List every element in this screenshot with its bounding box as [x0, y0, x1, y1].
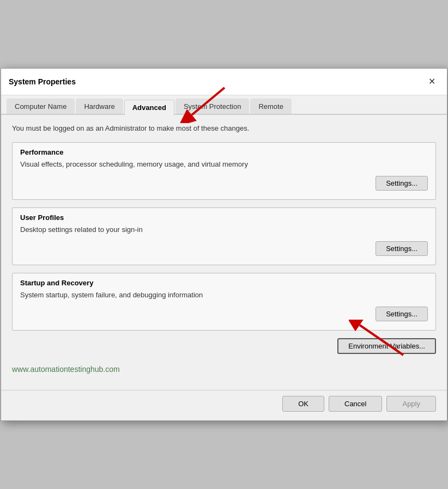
tab-computer-name[interactable]: Computer Name [7, 99, 75, 114]
performance-btn-row: Settings... [20, 176, 428, 191]
tab-bar: Computer Name Hardware Advanced System P… [1, 95, 447, 115]
tab-hardware[interactable]: Hardware [76, 99, 123, 114]
startup-recovery-section: Startup and Recovery System startup, sys… [12, 273, 436, 331]
apply-button[interactable]: Apply [386, 396, 436, 412]
user-profiles-section: User Profiles Desktop settings related t… [12, 207, 436, 265]
user-profiles-btn-row: Settings... [20, 241, 428, 256]
title-bar: System Properties ✕ [1, 69, 447, 95]
system-properties-dialog: System Properties ✕ Computer Name Hardwa… [1, 68, 447, 421]
performance-title: Performance [20, 148, 428, 156]
startup-recovery-title: Startup and Recovery [20, 279, 428, 287]
close-button[interactable]: ✕ [424, 74, 439, 89]
watermark: www.automationtestinghub.com [12, 365, 436, 374]
tab-system-protection[interactable]: System Protection [175, 99, 250, 114]
tab-remote[interactable]: Remote [250, 99, 292, 114]
cancel-button[interactable]: Cancel [329, 396, 382, 412]
environment-variables-row: Environment Variables... [12, 338, 436, 354]
performance-section: Performance Visual effects, processor sc… [12, 142, 436, 200]
user-profiles-title: User Profiles [20, 213, 428, 222]
user-profiles-settings-button[interactable]: Settings... [376, 241, 428, 256]
tab-advanced[interactable]: Advanced [124, 100, 174, 115]
startup-recovery-desc: System startup, system failure, and debu… [20, 290, 428, 300]
user-profiles-desc: Desktop settings related to your sign-in [20, 225, 428, 235]
admin-note: You must be logged on as an Administrato… [12, 124, 436, 133]
environment-variables-button[interactable]: Environment Variables... [337, 338, 436, 354]
dialog-title: System Properties [9, 77, 76, 86]
tab-content: You must be logged on as an Administrato… [1, 115, 447, 390]
ok-button[interactable]: OK [282, 396, 324, 412]
startup-recovery-settings-button[interactable]: Settings... [376, 307, 428, 321]
performance-desc: Visual effects, processor scheduling, me… [20, 160, 428, 169]
performance-settings-button[interactable]: Settings... [376, 176, 428, 191]
footer: OK Cancel Apply [1, 390, 447, 420]
startup-recovery-btn-row: Settings... [20, 307, 428, 321]
